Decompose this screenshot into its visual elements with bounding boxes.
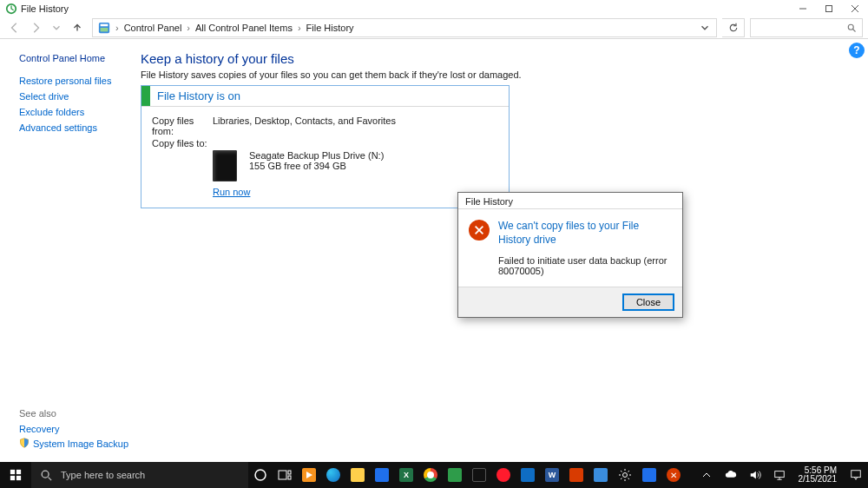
dialog-detail: Failed to initiate user data backup (err…: [458, 254, 682, 287]
svg-line-17: [49, 478, 52, 481]
maximize-button[interactable]: [816, 0, 842, 16]
see-also-system-image[interactable]: System Image Backup: [33, 439, 128, 449]
navigation-bar: › Control Panel › All Control Panel Item…: [0, 16, 868, 39]
taskbar-app-calculator[interactable]: [589, 462, 613, 488]
close-button[interactable]: [842, 0, 868, 16]
taskbar-app-media[interactable]: [297, 462, 321, 488]
dialog-message: We can't copy files to your File History…: [498, 220, 672, 247]
sidebar-item-advanced[interactable]: Advanced settings: [19, 122, 141, 133]
svg-rect-26: [852, 471, 861, 478]
svg-rect-12: [10, 470, 15, 474]
svg-rect-21: [288, 476, 291, 479]
svg-rect-15: [16, 476, 21, 480]
main-panel: ? Keep a history of your files File Hist…: [141, 39, 868, 462]
taskbar-app-error[interactable]: ✕: [661, 462, 686, 488]
copy-from-label: Copy files from:: [152, 115, 213, 136]
tray-onedrive-icon[interactable]: [719, 462, 743, 488]
breadcrumb-item[interactable]: File History: [303, 19, 358, 36]
svg-rect-20: [288, 471, 291, 474]
drive-icon: [213, 150, 237, 181]
see-also-recovery[interactable]: Recovery: [19, 424, 59, 434]
task-view-icon[interactable]: [273, 462, 297, 488]
recent-dropdown[interactable]: [47, 18, 66, 37]
sidebar-item-exclude[interactable]: Exclude folders: [19, 107, 141, 117]
taskbar-search-placeholder: Type here to search: [61, 470, 145, 480]
search-icon: [846, 23, 857, 33]
address-bar[interactable]: › Control Panel › All Control Panel Item…: [92, 18, 717, 37]
minimize-button[interactable]: [790, 0, 816, 16]
status-box: File History is on Copy files from: Libr…: [141, 85, 510, 208]
svg-line-9: [853, 29, 856, 31]
address-dropdown[interactable]: [695, 18, 714, 37]
dialog-title: File History: [458, 193, 682, 208]
forward-button[interactable]: [26, 18, 45, 37]
breadcrumb-item[interactable]: All Control Panel Items: [192, 19, 296, 36]
sidebar-item-restore[interactable]: Restore personal files: [19, 76, 141, 86]
drive-name: Seagate Backup Plus Drive (N:): [249, 150, 384, 161]
sidebar: Control Panel Home Restore personal file…: [0, 39, 141, 462]
start-button[interactable]: [0, 462, 31, 488]
taskbar-app-opera[interactable]: [491, 462, 516, 488]
svg-rect-14: [10, 476, 15, 480]
window-title: File History: [21, 3, 69, 14]
svg-rect-6: [101, 23, 108, 26]
taskbar-app-cmd[interactable]: [467, 462, 491, 488]
taskbar-app-explorer[interactable]: [345, 462, 370, 488]
tray-overflow-icon[interactable]: [694, 462, 719, 488]
status-stripe: [141, 86, 150, 106]
refresh-button[interactable]: [722, 18, 745, 37]
search-icon: [40, 469, 52, 481]
taskbar-search[interactable]: Type here to search: [31, 462, 248, 488]
control-panel-icon: [95, 19, 114, 36]
action-center-icon[interactable]: [844, 469, 868, 481]
taskbar-app-settings[interactable]: [613, 462, 637, 488]
help-icon[interactable]: ?: [849, 43, 865, 58]
svg-point-18: [255, 470, 266, 480]
taskbar-clock[interactable]: 5:56 PM 2/15/2021: [792, 466, 845, 485]
taskbar-app-puzzle[interactable]: [443, 462, 467, 488]
taskbar-app-mail[interactable]: [516, 462, 540, 488]
error-icon: [469, 220, 490, 241]
taskbar-app-edge[interactable]: [321, 462, 345, 488]
chevron-right-icon[interactable]: ›: [296, 23, 303, 33]
window-titlebar: File History: [0, 0, 868, 16]
run-now-link[interactable]: Run now: [213, 187, 498, 197]
copy-from-value: Libraries, Desktop, Contacts, and Favori…: [213, 115, 396, 136]
dialog-close-button[interactable]: Close: [623, 294, 674, 310]
see-also-header: See also: [19, 408, 132, 419]
sidebar-item-select-drive[interactable]: Select drive: [19, 91, 141, 102]
chevron-right-icon[interactable]: ›: [114, 23, 121, 33]
svg-rect-2: [826, 5, 832, 11]
error-dialog: File History We can't copy files to your…: [457, 192, 683, 318]
shield-icon: [19, 438, 30, 450]
taskbar-app-word[interactable]: W: [540, 462, 564, 488]
breadcrumb-item[interactable]: Control Panel: [121, 19, 186, 36]
taskbar-app-office[interactable]: [564, 462, 589, 488]
copy-to-label: Copy files to:: [152, 138, 213, 148]
tray-volume-icon[interactable]: [743, 462, 767, 488]
up-button[interactable]: [68, 18, 87, 37]
tray-network-icon[interactable]: [767, 462, 792, 488]
svg-point-16: [42, 471, 49, 478]
back-button[interactable]: [5, 18, 24, 37]
svg-rect-19: [279, 471, 286, 479]
taskbar-date: 2/15/2021: [799, 475, 838, 485]
taskbar-app-monitor[interactable]: [637, 462, 661, 488]
search-box[interactable]: [750, 18, 863, 37]
chevron-right-icon[interactable]: ›: [185, 23, 192, 33]
file-history-icon: [5, 3, 17, 15]
cortana-icon[interactable]: [248, 462, 273, 488]
svg-rect-13: [16, 470, 21, 474]
taskbar-app-store[interactable]: [370, 462, 394, 488]
taskbar: Type here to search X W ✕ 5:56 PM 2/15/2…: [0, 462, 868, 488]
taskbar-app-excel[interactable]: X: [394, 462, 418, 488]
page-subheading: File History saves copies of your files …: [141, 69, 851, 80]
svg-point-22: [623, 473, 628, 478]
control-panel-home-link[interactable]: Control Panel Home: [19, 53, 141, 63]
taskbar-app-chrome[interactable]: [418, 462, 443, 488]
svg-rect-23: [774, 472, 784, 478]
svg-point-8: [848, 24, 853, 30]
status-banner-text: File History is on: [150, 86, 247, 106]
svg-rect-7: [101, 28, 108, 31]
page-heading: Keep a history of your files: [141, 51, 851, 66]
